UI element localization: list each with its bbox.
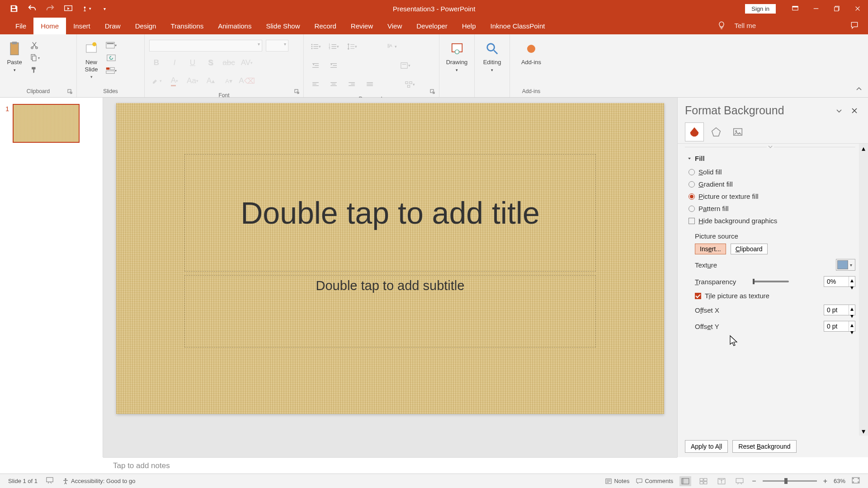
picture-texture-fill-radio[interactable]: Picture or texture fill [685, 190, 855, 202]
ribbon-display-options-icon[interactable] [785, 0, 806, 17]
redo-icon[interactable] [45, 4, 55, 14]
font-family-combo[interactable]: ▾ [149, 40, 262, 52]
increase-indent-button[interactable] [326, 59, 341, 72]
section-button[interactable]: ▾ [105, 65, 118, 76]
reading-view-button[interactable] [716, 476, 727, 486]
effects-tab[interactable] [707, 122, 726, 141]
notes-pane[interactable]: Tap to add notes [103, 457, 677, 474]
scroll-up-button[interactable]: ▴ [859, 144, 868, 153]
close-button[interactable] [847, 0, 868, 17]
clipboard-picture-button[interactable]: Clipboard [731, 244, 768, 254]
task-pane-options-button[interactable] [833, 104, 845, 117]
clipboard-launcher[interactable] [67, 88, 74, 94]
align-left-button[interactable] [308, 78, 323, 91]
scroll-down-button[interactable]: ▾ [859, 427, 868, 436]
reset-background-button[interactable]: Reset Background [732, 440, 796, 453]
notes-toggle-button[interactable]: Notes [605, 478, 629, 484]
editing-button[interactable]: Editing▾ [481, 40, 503, 74]
change-case-button[interactable]: Aa▾ [185, 74, 200, 88]
tab-animations[interactable]: Animations [211, 18, 259, 34]
collapse-ribbon-button[interactable] [855, 85, 863, 94]
bold-button[interactable]: B [149, 56, 164, 70]
font-color-button[interactable]: A▾ [167, 74, 182, 88]
addins-button[interactable]: Add-ins [519, 40, 543, 67]
spin-down[interactable]: ▾ [849, 328, 855, 336]
tab-help[interactable]: Help [455, 18, 483, 34]
tab-home[interactable]: Home [33, 18, 66, 34]
layout-button[interactable]: ▾ [105, 40, 118, 51]
tab-classpoint[interactable]: Inknoe ClassPoint [483, 18, 552, 34]
subtitle-placeholder[interactable]: Double tap to add subtitle [184, 275, 596, 347]
shadow-button[interactable]: S [203, 56, 218, 70]
spin-up[interactable]: ▴ [849, 321, 855, 328]
tab-review[interactable]: Review [344, 18, 380, 34]
zoom-level[interactable]: 63% [834, 478, 845, 484]
tell-me-search[interactable]: Tell me [734, 22, 756, 29]
spin-down[interactable]: ▾ [849, 284, 855, 291]
numbering-button[interactable]: 123▾ [326, 40, 341, 53]
line-spacing-button[interactable]: ▾ [344, 40, 359, 53]
grow-font-button[interactable]: A▴ [203, 74, 218, 88]
comments-button[interactable]: Comments [636, 478, 673, 484]
smartart-button[interactable]: ▾ [402, 78, 417, 91]
tab-view[interactable]: View [380, 18, 409, 34]
slide[interactable]: Double tap to add title Double tap to ad… [116, 103, 664, 414]
tab-developer[interactable]: Developer [409, 18, 454, 34]
pane-scrollbar[interactable]: ▴ ▾ [859, 144, 868, 436]
transparency-slider[interactable] [753, 281, 789, 282]
highlight-button[interactable]: ▾ [149, 74, 164, 88]
copy-button[interactable]: ▾ [28, 52, 41, 63]
font-launcher[interactable] [294, 88, 301, 94]
tile-picture-checkbox[interactable]: Tile picture as texture [685, 290, 855, 302]
tab-slideshow[interactable]: Slide Show [259, 18, 307, 34]
char-spacing-button[interactable]: AV▾ [240, 56, 254, 70]
format-painter-button[interactable] [28, 65, 41, 76]
underline-button[interactable]: U [185, 56, 200, 70]
accessibility-button[interactable]: Accessibility: Good to go [62, 478, 135, 485]
pattern-fill-radio[interactable]: Pattern fill [685, 202, 855, 215]
zoom-slider[interactable] [763, 480, 817, 482]
gradient-fill-radio[interactable]: Gradient fill [685, 178, 855, 190]
title-placeholder[interactable]: Double tap to add title [184, 154, 596, 272]
paste-button[interactable]: Paste▾ [5, 40, 24, 74]
slide-canvas[interactable]: Double tap to add title Double tap to ad… [103, 98, 677, 457]
minimize-button[interactable] [806, 0, 826, 17]
font-size-combo[interactable]: ▾ [266, 40, 288, 52]
close-pane-button[interactable] [848, 104, 861, 117]
offset-y-input[interactable]: 0 pt▴▾ [824, 321, 855, 332]
reset-slide-button[interactable] [105, 52, 118, 63]
new-slide-button[interactable]: New Slide ▾ [81, 40, 101, 80]
zoom-in-button[interactable]: + [823, 477, 827, 485]
slide-thumbnail-1[interactable]: 1 [5, 104, 97, 143]
save-icon[interactable] [9, 4, 19, 14]
restore-button[interactable] [826, 0, 847, 17]
comments-icon[interactable] [850, 21, 859, 30]
shrink-font-button[interactable]: A▾ [222, 74, 236, 88]
strike-button[interactable]: abc [222, 56, 236, 70]
justify-button[interactable] [363, 78, 377, 91]
tab-draw[interactable]: Draw [98, 18, 128, 34]
picture-tab[interactable] [728, 122, 747, 141]
tab-file[interactable]: File [8, 18, 33, 34]
fill-tab[interactable] [685, 122, 704, 141]
thumbnail-pane[interactable]: 1 [0, 98, 103, 457]
normal-view-button[interactable] [679, 476, 691, 486]
align-text-button[interactable]: ▾ [398, 59, 412, 72]
zoom-out-button[interactable]: − [752, 477, 756, 485]
qat-customize-icon[interactable]: ▾ [99, 4, 109, 14]
tab-insert[interactable]: Insert [66, 18, 98, 34]
undo-icon[interactable] [27, 4, 37, 14]
language-indicator-icon[interactable] [46, 477, 54, 485]
slide-counter[interactable]: Slide 1 of 1 [8, 478, 38, 484]
sign-in-button[interactable]: Sign in [745, 4, 776, 14]
touch-mode-icon[interactable]: ▾ [81, 4, 91, 14]
fill-section-toggle[interactable]: Fill [685, 150, 855, 166]
present-from-beginning-icon[interactable] [63, 4, 73, 14]
insert-picture-button[interactable]: Insert... [695, 244, 726, 254]
apply-to-all-button[interactable]: Apply to All [685, 440, 728, 453]
solid-fill-radio[interactable]: Solid fill [685, 166, 855, 178]
thumbnail-image[interactable] [13, 104, 80, 143]
clear-formatting-button[interactable]: A⌫ [240, 74, 254, 88]
paragraph-launcher[interactable] [430, 88, 436, 94]
texture-dropdown[interactable]: ▾ [836, 259, 855, 271]
